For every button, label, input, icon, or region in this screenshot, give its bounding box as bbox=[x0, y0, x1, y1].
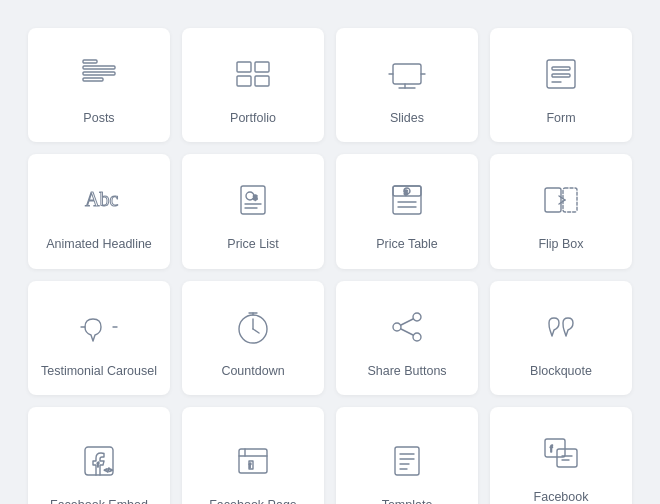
svg-text:$: $ bbox=[253, 193, 258, 202]
svg-text:$: $ bbox=[404, 189, 408, 196]
facebook-comments-label: Facebook Comments bbox=[502, 489, 620, 504]
template-label: Template bbox=[382, 497, 433, 504]
svg-rect-5 bbox=[255, 62, 269, 72]
svg-text:f: f bbox=[97, 461, 99, 468]
svg-line-40 bbox=[401, 319, 413, 325]
price-list-icon: $ bbox=[227, 174, 279, 226]
share-buttons-label: Share Buttons bbox=[367, 363, 446, 379]
svg-point-39 bbox=[413, 333, 421, 341]
grid-item-template[interactable]: Template bbox=[336, 407, 478, 504]
svg-text:</>: </> bbox=[104, 467, 113, 473]
facebook-embed-icon: f </> bbox=[73, 435, 125, 487]
grid-item-share-buttons[interactable]: Share Buttons bbox=[336, 281, 478, 395]
grid-item-countdown[interactable]: Countdown bbox=[182, 281, 324, 395]
portfolio-icon bbox=[227, 48, 279, 100]
blockquote-icon bbox=[535, 301, 587, 353]
grid-item-testimonial-carousel[interactable]: Testimonial Carousel bbox=[28, 281, 170, 395]
grid-item-animated-headline[interactable]: Abc Animated Headline bbox=[28, 154, 170, 268]
price-table-icon: $ bbox=[381, 174, 433, 226]
svg-rect-8 bbox=[393, 64, 421, 84]
facebook-page-icon: f bbox=[227, 435, 279, 487]
svg-line-34 bbox=[253, 329, 259, 333]
grid-item-blockquote[interactable]: Blockquote bbox=[490, 281, 632, 395]
grid-item-facebook-embed[interactable]: f </> Facebook Embed bbox=[28, 407, 170, 504]
svg-rect-4 bbox=[237, 62, 251, 72]
svg-rect-26 bbox=[545, 188, 561, 212]
svg-line-29 bbox=[559, 200, 565, 204]
svg-line-41 bbox=[401, 329, 413, 335]
svg-rect-49 bbox=[395, 447, 419, 475]
share-buttons-icon bbox=[381, 301, 433, 353]
grid-item-posts[interactable]: Posts bbox=[28, 28, 170, 142]
portfolio-label: Portfolio bbox=[230, 110, 276, 126]
svg-rect-1 bbox=[83, 66, 115, 69]
blockquote-label: Blockquote bbox=[530, 363, 592, 379]
slides-label: Slides bbox=[390, 110, 424, 126]
svg-rect-11 bbox=[552, 67, 570, 70]
testimonial-carousel-icon bbox=[73, 301, 125, 353]
grid-item-facebook-comments[interactable]: f Facebook Comments bbox=[490, 407, 632, 504]
grid-item-price-list[interactable]: $ Price List bbox=[182, 154, 324, 268]
svg-point-38 bbox=[393, 323, 401, 331]
form-label: Form bbox=[546, 110, 575, 126]
slides-icon bbox=[381, 48, 433, 100]
facebook-embed-label: Facebook Embed bbox=[50, 497, 148, 504]
animated-headline-icon: Abc bbox=[73, 174, 125, 226]
form-icon bbox=[535, 48, 587, 100]
widget-grid: Posts Portfolio Slides Form Abc Animated… bbox=[16, 16, 644, 504]
svg-text:Abc: Abc bbox=[85, 188, 118, 210]
svg-text:f: f bbox=[249, 462, 251, 469]
animated-headline-label: Animated Headline bbox=[46, 236, 152, 252]
svg-rect-0 bbox=[83, 60, 97, 63]
grid-item-price-table[interactable]: $ Price Table bbox=[336, 154, 478, 268]
svg-line-28 bbox=[559, 196, 565, 200]
grid-item-flip-box[interactable]: Flip Box bbox=[490, 154, 632, 268]
price-table-label: Price Table bbox=[376, 236, 438, 252]
svg-text:f: f bbox=[550, 444, 553, 454]
template-icon bbox=[381, 435, 433, 487]
grid-item-facebook-page[interactable]: f Facebook Page bbox=[182, 407, 324, 504]
svg-point-37 bbox=[413, 313, 421, 321]
posts-label: Posts bbox=[83, 110, 114, 126]
svg-rect-3 bbox=[83, 78, 103, 81]
svg-rect-2 bbox=[83, 72, 115, 75]
countdown-icon bbox=[227, 301, 279, 353]
grid-item-slides[interactable]: Slides bbox=[336, 28, 478, 142]
facebook-comments-icon: f bbox=[535, 427, 587, 479]
facebook-page-label: Facebook Page bbox=[209, 497, 297, 504]
svg-rect-6 bbox=[237, 76, 251, 86]
flip-box-icon bbox=[535, 174, 587, 226]
grid-item-form[interactable]: Form bbox=[490, 28, 632, 142]
testimonial-carousel-label: Testimonial Carousel bbox=[41, 363, 157, 379]
svg-rect-56 bbox=[557, 449, 577, 467]
svg-rect-54 bbox=[545, 439, 565, 457]
grid-item-portfolio[interactable]: Portfolio bbox=[182, 28, 324, 142]
posts-icon bbox=[73, 48, 125, 100]
svg-rect-7 bbox=[255, 76, 269, 86]
flip-box-label: Flip Box bbox=[538, 236, 583, 252]
price-list-label: Price List bbox=[227, 236, 278, 252]
svg-rect-12 bbox=[552, 74, 570, 77]
countdown-label: Countdown bbox=[221, 363, 284, 379]
